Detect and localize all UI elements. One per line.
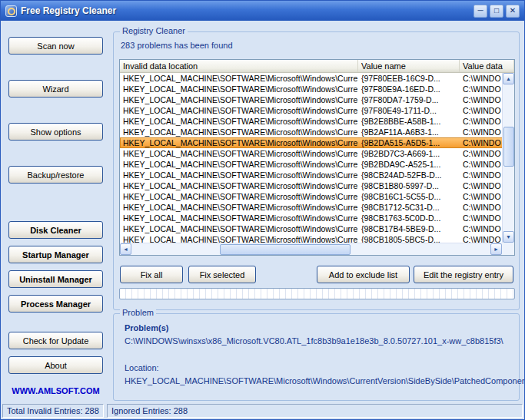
table-row[interactable]: HKEY_LOCAL_MACHINE\SOFTWARE\Microsoft\Wi… xyxy=(120,127,503,137)
table-cell: HKEY_LOCAL_MACHINE\SOFTWARE\Microsoft\Wi… xyxy=(120,127,358,137)
table-cell: {9B2DA515-A5D5-1... xyxy=(358,137,460,148)
table-cell: HKEY_LOCAL_MACHINE\SOFTWARE\Microsoft\Wi… xyxy=(120,148,358,159)
scroll-down-icon[interactable]: ▼ xyxy=(503,231,514,243)
vertical-scroll-thumb[interactable] xyxy=(503,127,514,167)
app-window: Free Registry Cleaner ─ □ ✕ Scan now Wiz… xyxy=(0,0,525,420)
table-cell: {9B2BDA9C-A525-1... xyxy=(358,159,460,170)
table-cell: C:\WINDO xyxy=(460,213,503,223)
table-row[interactable]: HKEY_LOCAL_MACHINE\SOFTWARE\Microsoft\Wi… xyxy=(120,213,503,223)
table-cell: HKEY_LOCAL_MACHINE\SOFTWARE\Microsoft\Wi… xyxy=(120,84,358,94)
table-row[interactable]: HKEY_LOCAL_MACHINE\SOFTWARE\Microsoft\Wi… xyxy=(120,116,503,127)
table-cell: HKEY_LOCAL_MACHINE\SOFTWARE\Microsoft\Wi… xyxy=(120,234,358,243)
table-header: Invalid data location Value name Value d… xyxy=(120,60,514,73)
table-cell: {9B2E8BBE-A58B-1... xyxy=(358,116,460,127)
column-header-value-name[interactable]: Value name xyxy=(358,60,460,72)
table-cell: {98CB1B80-5997-D... xyxy=(358,180,460,191)
table-cell: {97F80DA7-1759-D... xyxy=(358,94,460,105)
table-cell: {97F80E49-1711-D... xyxy=(358,105,460,116)
uninstall-manager-button[interactable]: Uninstall Manager xyxy=(8,270,103,288)
problem-heading: Problem(s) xyxy=(125,323,168,332)
table-cell: C:\WINDO xyxy=(460,170,503,180)
table-cell: HKEY_LOCAL_MACHINE\SOFTWARE\Microsoft\Wi… xyxy=(120,94,358,105)
website-link[interactable]: WWW.AMLSOFT.COM xyxy=(8,386,103,395)
process-manager-button[interactable]: Process Manager xyxy=(8,295,103,313)
table-cell: HKEY_LOCAL_MACHINE\SOFTWARE\Microsoft\Wi… xyxy=(120,223,358,234)
table-cell: C:\WINDO xyxy=(460,159,503,170)
table-row[interactable]: HKEY_LOCAL_MACHINE\SOFTWARE\Microsoft\Wi… xyxy=(120,84,503,94)
check-for-update-button[interactable]: Check for Update xyxy=(8,332,103,349)
table-row[interactable]: HKEY_LOCAL_MACHINE\SOFTWARE\Microsoft\Wi… xyxy=(120,148,503,159)
table-cell: {98CB1712-5C31-D... xyxy=(358,202,460,213)
table-cell: C:\WINDO xyxy=(460,84,503,94)
table-cell: HKEY_LOCAL_MACHINE\SOFTWARE\Microsoft\Wi… xyxy=(120,202,358,213)
scroll-left-icon[interactable]: ◄ xyxy=(120,243,131,255)
table-cell: HKEY_LOCAL_MACHINE\SOFTWARE\Microsoft\Wi… xyxy=(120,180,358,191)
scrollbar-corner xyxy=(502,243,514,255)
backup-restore-button[interactable]: Backup/restore xyxy=(8,166,103,184)
startup-manager-button[interactable]: Startup Manager xyxy=(8,246,103,263)
table-row[interactable]: HKEY_LOCAL_MACHINE\SOFTWARE\Microsoft\Wi… xyxy=(120,191,503,202)
table-cell: C:\WINDO xyxy=(460,73,503,84)
fix-selected-button[interactable]: Fix selected xyxy=(188,266,256,283)
window-title: Free Registry Cleaner xyxy=(21,5,116,16)
fix-all-button[interactable]: Fix all xyxy=(120,266,183,283)
vertical-scrollbar[interactable]: ▲ ▼ xyxy=(502,73,514,243)
table-row[interactable]: HKEY_LOCAL_MACHINE\SOFTWARE\Microsoft\Wi… xyxy=(120,180,503,191)
problems-table: Invalid data location Value name Value d… xyxy=(119,59,515,256)
table-row[interactable]: HKEY_LOCAL_MACHINE\SOFTWARE\Microsoft\Wi… xyxy=(120,73,503,84)
table-cell: {98CB1805-5BC5-D... xyxy=(358,234,460,243)
close-icon[interactable]: ✕ xyxy=(506,5,520,18)
problem-group: Problem Problem(s) C:\WINDOWS\winsxs\x86… xyxy=(113,313,520,401)
column-header-invalid-data-location[interactable]: Invalid data location xyxy=(120,60,358,72)
table-row[interactable]: HKEY_LOCAL_MACHINE\SOFTWARE\Microsoft\Wi… xyxy=(120,105,503,116)
table-cell: HKEY_LOCAL_MACHINE\SOFTWARE\Microsoft\Wi… xyxy=(120,73,358,84)
table-row[interactable]: HKEY_LOCAL_MACHINE\SOFTWARE\Microsoft\Wi… xyxy=(120,170,503,180)
table-cell: C:\WINDO xyxy=(460,191,503,202)
table-row[interactable]: HKEY_LOCAL_MACHINE\SOFTWARE\Microsoft\Wi… xyxy=(120,159,503,170)
table-cell: C:\WINDO xyxy=(460,202,503,213)
table-cell: {9B2BD7C3-A669-1... xyxy=(358,148,460,159)
horizontal-scroll-thumb[interactable] xyxy=(220,244,351,255)
table-cell: {98CB1763-5C0D-D... xyxy=(358,213,460,223)
table-cell: C:\WINDO xyxy=(460,127,503,137)
problem-location-value: HKEY_LOCAL_MACHINE\SOFTWARE\Microsoft\Wi… xyxy=(125,376,525,385)
title-bar[interactable]: Free Registry Cleaner ─ □ ✕ xyxy=(1,1,524,21)
problems-found-text: 283 problems has been found xyxy=(121,41,233,50)
scan-now-button[interactable]: Scan now xyxy=(8,37,103,55)
table-cell: C:\WINDO xyxy=(460,116,503,127)
table-cell: C:\WINDO xyxy=(460,234,503,243)
wizard-button[interactable]: Wizard xyxy=(8,80,103,98)
table-cell: HKEY_LOCAL_MACHINE\SOFTWARE\Microsoft\Wi… xyxy=(120,170,358,180)
column-header-value-data[interactable]: Value data xyxy=(460,60,514,72)
table-cell: {98CB16C1-5C55-D... xyxy=(358,191,460,202)
add-to-exclude-list-button[interactable]: Add to exclude list xyxy=(317,266,410,283)
about-button[interactable]: About xyxy=(8,356,103,374)
minimize-icon[interactable]: ─ xyxy=(473,5,487,18)
table-cell: HKEY_LOCAL_MACHINE\SOFTWARE\Microsoft\Wi… xyxy=(120,191,358,202)
table-cell: {98CB24AD-52FB-D... xyxy=(358,170,460,180)
registry-cleaner-group-label: Registry Cleaner xyxy=(120,26,188,35)
table-cell: C:\WINDO xyxy=(460,94,503,105)
problem-group-label: Problem xyxy=(120,308,156,317)
table-cell: {98CB17B4-5BE9-D... xyxy=(358,223,460,234)
table-row[interactable]: HKEY_LOCAL_MACHINE\SOFTWARE\Microsoft\Wi… xyxy=(120,137,503,148)
status-total-invalid-entries: Total Invalid Entries: 288 xyxy=(2,404,104,418)
table-cell: C:\WINDO xyxy=(460,137,503,148)
table-row[interactable]: HKEY_LOCAL_MACHINE\SOFTWARE\Microsoft\Wi… xyxy=(120,234,503,243)
disk-cleaner-button[interactable]: Disk Cleaner xyxy=(8,221,103,239)
progress-bar xyxy=(119,288,515,299)
show-options-button[interactable]: Show options xyxy=(8,123,103,141)
table-row[interactable]: HKEY_LOCAL_MACHINE\SOFTWARE\Microsoft\Wi… xyxy=(120,94,503,105)
edit-registry-entry-button[interactable]: Edit the registry entry xyxy=(414,266,513,283)
problem-location-label: Location: xyxy=(125,363,159,372)
table-cell: C:\WINDO xyxy=(460,180,503,191)
horizontal-scrollbar[interactable]: ◄ ► xyxy=(120,243,502,255)
table-cell: HKEY_LOCAL_MACHINE\SOFTWARE\Microsoft\Wi… xyxy=(120,159,358,170)
scroll-up-icon[interactable]: ▲ xyxy=(503,73,514,84)
table-row[interactable]: HKEY_LOCAL_MACHINE\SOFTWARE\Microsoft\Wi… xyxy=(120,223,503,234)
registry-cleaner-group: Registry Cleaner 283 problems has been f… xyxy=(113,31,520,310)
maximize-icon[interactable]: □ xyxy=(490,5,503,18)
table-row[interactable]: HKEY_LOCAL_MACHINE\SOFTWARE\Microsoft\Wi… xyxy=(120,202,503,213)
table-cell: {97F80E9A-16ED-D... xyxy=(358,84,460,94)
scroll-right-icon[interactable]: ► xyxy=(490,243,502,255)
